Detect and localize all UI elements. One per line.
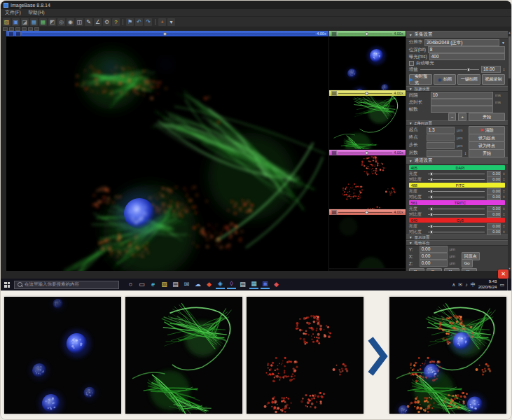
photos-icon[interactable]: ▦ xyxy=(249,280,258,289)
contrast-slider[interactable] xyxy=(428,179,485,180)
channel-slider-640[interactable]: 4.00x xyxy=(329,209,406,215)
crosshair-icon[interactable]: + xyxy=(158,18,166,26)
image-blue-icon[interactable]: ▦ xyxy=(30,18,38,26)
zstack-clear-button[interactable]: ✕ 清除 xyxy=(469,126,505,134)
spinner-icon[interactable]: ↕ xyxy=(503,67,505,71)
stage-z-input[interactable]: 0.00 xyxy=(420,260,448,267)
frames-input[interactable] xyxy=(431,106,493,113)
channel-slider-561[interactable]: 4.00x xyxy=(329,150,406,155)
save-icon[interactable]: ▣ xyxy=(12,18,20,26)
gain-slider[interactable] xyxy=(420,69,479,70)
zstep-input[interactable] xyxy=(427,142,455,149)
slider-handle[interactable] xyxy=(365,151,368,155)
exposure-input[interactable]: 400 xyxy=(429,53,505,60)
scroll-up-icon[interactable]: ▲ xyxy=(508,31,511,35)
open-icon[interactable]: ▨ xyxy=(3,18,11,26)
record-button[interactable]: 视频录制 xyxy=(482,74,505,85)
resolution-dropdown[interactable]: 2048x2048 (正常) xyxy=(424,39,499,46)
taskbar-clock[interactable]: 9:43 2020/6/24 xyxy=(478,279,497,289)
movie-icon[interactable]: ▣ xyxy=(261,280,270,289)
set-end-button[interactable]: 设为终点 xyxy=(469,141,505,150)
slider-handle[interactable] xyxy=(163,32,167,36)
tray-mail-icon[interactable]: ✉ xyxy=(458,279,462,290)
ps-icon[interactable]: ◆ xyxy=(272,280,281,289)
taskbar-search[interactable]: 在这里输入你要搜索的内容 xyxy=(14,281,119,289)
spinner-icon[interactable]: ↕ xyxy=(464,151,466,155)
image-green-icon[interactable]: ▦ xyxy=(39,18,47,26)
section-display[interactable]: ▼ 显示设置 xyxy=(406,234,508,240)
settings-icon[interactable]: ⚙ xyxy=(103,18,111,26)
timelapse-start-button[interactable]: 开始 xyxy=(469,113,505,121)
channel-bar-488[interactable]: 488 FITC xyxy=(409,183,505,188)
main-zoom-slider[interactable]: 4.00x xyxy=(6,31,328,36)
set-start-button[interactable]: 设为起点 xyxy=(469,134,505,142)
thumbnail-dapi[interactable] xyxy=(329,36,406,90)
channel-bar-561[interactable]: 561 TRITC xyxy=(409,200,505,205)
tray-ime-icon[interactable]: 中 xyxy=(471,279,476,290)
contrast-slider[interactable] xyxy=(428,214,485,215)
globe-icon[interactable]: ◎ xyxy=(57,18,65,26)
live-preview-button[interactable]: ▶ 实时预览 xyxy=(409,74,432,85)
slider-handle[interactable] xyxy=(365,92,368,95)
brightness-slider[interactable] xyxy=(428,174,485,174)
thumbnail-fitc[interactable] xyxy=(329,96,406,150)
zend-input[interactable] xyxy=(427,134,455,141)
snap-button[interactable]: ◉ 拍照 xyxy=(434,74,457,85)
slider-handle[interactable] xyxy=(365,32,368,36)
menu-file[interactable]: 文件(F) xyxy=(5,9,21,16)
edge-icon[interactable]: e xyxy=(148,280,158,289)
contrast-slider[interactable] xyxy=(428,232,485,232)
explorer-icon[interactable]: ▨ xyxy=(160,280,169,289)
stage-y-input[interactable]: 0.00 xyxy=(420,246,448,253)
show-desktop-button[interactable] xyxy=(507,279,509,290)
dropdown-icon[interactable]: ▾ xyxy=(167,18,175,26)
start-button[interactable] xyxy=(4,282,10,288)
channel-slider-488[interactable]: 4.00x xyxy=(329,90,406,96)
menu-help[interactable]: 帮助(H) xyxy=(28,9,45,16)
section-timelapse[interactable]: ▼ 拍摄设置 xyxy=(406,86,508,92)
zoom-icon[interactable]: ◉ xyxy=(67,18,74,26)
flag-icon[interactable]: ⚑ xyxy=(126,18,134,26)
measure-icon[interactable]: ∠ xyxy=(94,18,102,26)
notification-icon[interactable]: ▭ xyxy=(499,279,504,290)
interval-input[interactable]: 10 xyxy=(431,92,493,99)
section-stage[interactable]: ▼ 电动平台 xyxy=(406,240,508,246)
code-icon[interactable]: ◈ xyxy=(216,280,225,289)
gain-input[interactable]: 10.00 xyxy=(481,66,501,73)
slider-handle[interactable] xyxy=(467,68,470,71)
help-icon[interactable]: ? xyxy=(112,18,120,26)
onedrive-icon[interactable]: ☁ xyxy=(193,280,202,289)
single-shot-button[interactable]: 一键拍照 xyxy=(457,74,480,85)
redo-icon[interactable]: ↷ xyxy=(144,18,152,26)
stage-x-input[interactable]: 0.00 xyxy=(420,253,448,260)
stamp-icon[interactable]: ◩ xyxy=(48,18,56,26)
zstart-input[interactable]: 1.3 xyxy=(427,127,455,134)
zslices-input[interactable] xyxy=(427,150,462,157)
tray-volume-icon[interactable]: ♪ xyxy=(465,279,468,290)
thumbnail-tritc[interactable] xyxy=(329,155,406,209)
timelapse-minus-button[interactable]: − xyxy=(448,113,457,121)
thumbnail-cy5[interactable] xyxy=(329,215,406,269)
brightness-slider[interactable] xyxy=(428,191,485,192)
export-icon[interactable]: ◪ xyxy=(21,18,29,26)
vs-icon[interactable]: ◊ xyxy=(227,280,236,289)
depth-input[interactable]: 8 xyxy=(428,46,505,53)
zstack-start-button[interactable]: 开始 xyxy=(469,149,505,158)
mail-icon[interactable]: ✉ xyxy=(182,280,191,289)
task-view-icon[interactable]: ▭ xyxy=(137,280,146,289)
office-icon[interactable]: ◆ xyxy=(205,280,214,289)
notepad-icon[interactable]: ▤ xyxy=(238,280,247,289)
panel-scrollbar[interactable]: ▲ ▼ xyxy=(508,31,511,271)
channel-bar-405[interactable]: 405 DAPI xyxy=(409,165,505,170)
composite-image[interactable] xyxy=(6,36,328,271)
tray-expand-icon[interactable]: ∧ xyxy=(452,279,455,290)
brightness-slider[interactable] xyxy=(428,226,485,227)
undo-icon[interactable]: ↶ xyxy=(135,18,143,26)
slider-handle[interactable] xyxy=(365,211,368,214)
store-icon[interactable]: ▤ xyxy=(171,280,180,289)
section-zstack[interactable]: ▼ Z序列设置 xyxy=(406,120,508,126)
panel-icon[interactable]: ◫ xyxy=(76,18,83,26)
contrast-slider[interactable] xyxy=(428,197,485,197)
timelapse-plus-button[interactable]: + xyxy=(458,113,466,121)
brightness-slider[interactable] xyxy=(428,209,485,209)
